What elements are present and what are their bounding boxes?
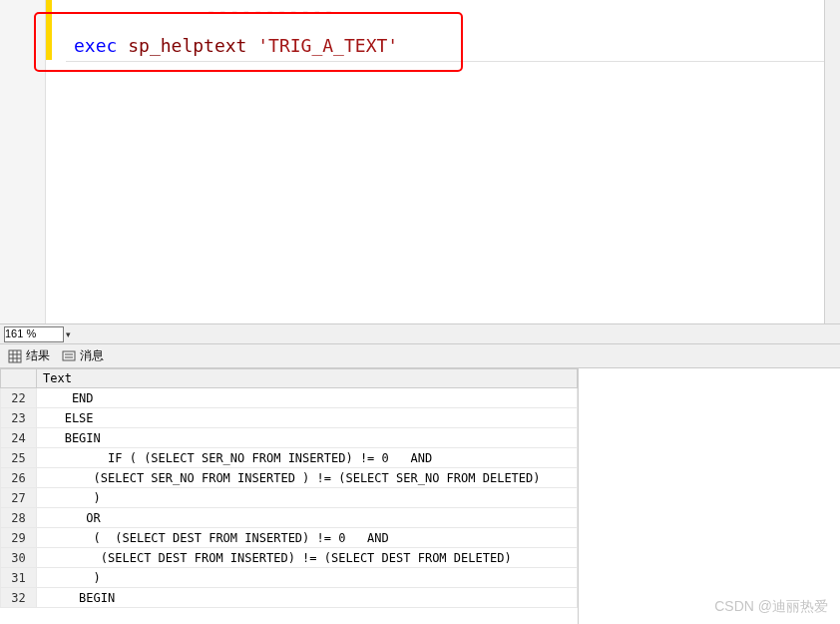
cell-text[interactable]: OR <box>37 508 578 528</box>
code-line: exec sp_helptext 'TRIG_A_TEXT' <box>74 34 832 58</box>
comment-dashes: ----------- <box>206 0 335 21</box>
row-number[interactable]: 29 <box>1 528 37 548</box>
cell-text[interactable]: IF ( (SELECT SER_NO FROM INSERTED) != 0 … <box>37 448 578 468</box>
tab-results[interactable]: 结果 <box>8 347 50 364</box>
row-number[interactable]: 22 <box>1 388 37 408</box>
keyword-exec: exec <box>74 35 117 56</box>
column-header-text[interactable]: Text <box>37 369 578 388</box>
editor-line-divider <box>66 61 840 62</box>
sql-editor-pane: ----------- exec sp_helptext 'TRIG_A_TEX… <box>0 0 840 324</box>
code-area[interactable]: ----------- exec sp_helptext 'TRIG_A_TEX… <box>66 0 840 323</box>
editor-margin <box>46 0 66 323</box>
zoom-selector[interactable]: 161 % <box>4 326 64 342</box>
svg-rect-0 <box>9 350 21 362</box>
table-row[interactable]: 23 ELSE <box>1 408 578 428</box>
table-row[interactable]: 26 (SELECT SER_NO FROM INSERTED ) != (SE… <box>1 468 578 488</box>
results-tabs: 结果 消息 <box>0 344 840 368</box>
row-number[interactable]: 23 <box>1 408 37 428</box>
cell-text[interactable]: (SELECT DEST FROM INSERTED) != (SELECT D… <box>37 548 578 568</box>
table-row[interactable]: 32 BEGIN <box>1 588 578 608</box>
row-number[interactable]: 32 <box>1 588 37 608</box>
row-number[interactable]: 31 <box>1 568 37 588</box>
table-row[interactable]: 27 ) <box>1 488 578 508</box>
row-number[interactable]: 26 <box>1 468 37 488</box>
results-grid[interactable]: Text 22 END 23 ELSE 24 BEGIN 25 IF ( (SE… <box>0 368 579 624</box>
table-row[interactable]: 29 ( (SELECT DEST FROM INSERTED) != 0 AN… <box>1 528 578 548</box>
editor-gutter <box>0 0 46 323</box>
row-number[interactable]: 25 <box>1 448 37 468</box>
cell-text[interactable]: ( (SELECT DEST FROM INSERTED) != 0 AND <box>37 528 578 548</box>
table-row[interactable]: 31 ) <box>1 568 578 588</box>
row-number[interactable]: 27 <box>1 488 37 508</box>
table-row[interactable]: 25 IF ( (SELECT SER_NO FROM INSERTED) !=… <box>1 448 578 468</box>
tab-messages[interactable]: 消息 <box>62 347 104 364</box>
table-row[interactable]: 24 BEGIN <box>1 428 578 448</box>
change-marker <box>46 0 52 60</box>
zoom-value: 161 % <box>5 327 36 339</box>
cell-text[interactable]: ) <box>37 488 578 508</box>
results-pane: Text 22 END 23 ELSE 24 BEGIN 25 IF ( (SE… <box>0 368 840 624</box>
tab-results-label: 结果 <box>26 347 50 364</box>
zoom-dropdown-icon[interactable]: ▾ <box>66 329 71 339</box>
editor-scrollbar[interactable] <box>824 0 840 323</box>
svg-rect-5 <box>63 351 75 360</box>
table-row[interactable]: 30 (SELECT DEST FROM INSERTED) != (SELEC… <box>1 548 578 568</box>
cell-text[interactable]: ) <box>37 568 578 588</box>
cell-text[interactable]: BEGIN <box>37 428 578 448</box>
zoom-bar: 161 % ▾ <box>0 324 840 344</box>
string-literal: 'TRIG_A_TEXT' <box>257 35 398 56</box>
cell-text[interactable]: END <box>37 388 578 408</box>
row-number[interactable]: 24 <box>1 428 37 448</box>
results-table: Text 22 END 23 ELSE 24 BEGIN 25 IF ( (SE… <box>0 368 578 608</box>
cell-text[interactable]: ELSE <box>37 408 578 428</box>
table-row[interactable]: 22 END <box>1 388 578 408</box>
corner-header[interactable] <box>1 369 37 388</box>
results-empty-area <box>579 368 840 624</box>
table-row[interactable]: 28 OR <box>1 508 578 528</box>
row-number[interactable]: 30 <box>1 548 37 568</box>
cell-text[interactable]: BEGIN <box>37 588 578 608</box>
row-number[interactable]: 28 <box>1 508 37 528</box>
cell-text[interactable]: (SELECT SER_NO FROM INSERTED ) != (SELEC… <box>37 468 578 488</box>
tab-messages-label: 消息 <box>80 347 104 364</box>
grid-icon <box>8 349 22 363</box>
procedure-name: sp_helptext <box>128 35 246 56</box>
messages-icon <box>62 349 76 363</box>
